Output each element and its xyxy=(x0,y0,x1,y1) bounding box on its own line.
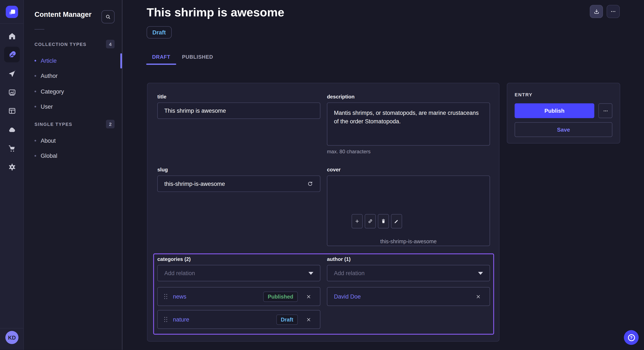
cover-action-toolbar xyxy=(352,214,402,228)
bullet-icon xyxy=(34,60,36,62)
combobox-placeholder: Add relation xyxy=(164,270,195,276)
media-library-icon xyxy=(8,88,16,97)
sidebar-item-global[interactable]: Global xyxy=(34,152,57,160)
drag-handle-icon[interactable] xyxy=(164,317,167,322)
close-icon xyxy=(475,294,481,299)
strapi-logo[interactable] xyxy=(6,6,18,18)
remove-relation-button[interactable] xyxy=(304,315,313,324)
sidebar-item-cloud[interactable] xyxy=(0,126,24,134)
rail-divider-bottom xyxy=(0,328,24,329)
sidebar-item-releases[interactable] xyxy=(0,70,24,78)
subnav-divider xyxy=(34,29,44,29)
download-icon xyxy=(593,8,600,15)
bullet-icon xyxy=(34,140,36,142)
ellipsis-icon xyxy=(610,8,616,15)
content-manager-subnav: Content Manager COLLECTION TYPES 4 Artic… xyxy=(24,0,122,350)
entry-panel-heading: ENTRY xyxy=(514,92,612,97)
subnav-title: Content Manager xyxy=(34,11,92,19)
sidebar-item-content-manager-active[interactable] xyxy=(4,47,20,62)
bullet-icon xyxy=(34,75,36,77)
item-label: Author xyxy=(41,72,58,79)
sidebar-item-media-library[interactable] xyxy=(0,88,24,97)
user-avatar[interactable]: KD xyxy=(5,331,18,344)
relation-name[interactable]: nature xyxy=(173,316,270,323)
more-actions-button[interactable] xyxy=(606,5,620,18)
add-media-button[interactable] xyxy=(352,214,363,228)
sidebar-item-article[interactable]: Article xyxy=(34,57,57,65)
field-label: cover xyxy=(327,167,490,173)
gear-icon xyxy=(8,163,16,172)
relation-name[interactable]: news xyxy=(173,293,258,300)
chevron-down-icon xyxy=(308,272,313,275)
bullet-icon xyxy=(34,155,36,157)
field-description: description Mantis shrimps, or stomatopo… xyxy=(327,94,490,155)
sidebar-item-category[interactable]: Category xyxy=(34,87,64,96)
avatar-initials: KD xyxy=(8,335,16,341)
help-button[interactable]: ? xyxy=(624,330,638,345)
app-window: KD Content Manager COLLECTION TYPES 4 Ar… xyxy=(0,0,644,350)
section-collection-types: COLLECTION TYPES xyxy=(34,42,86,47)
sidebar-item-content-type-builder[interactable] xyxy=(0,107,24,115)
title-input[interactable]: This shrimp is awesome xyxy=(158,103,320,119)
relation-item-david-doe[interactable]: David Doe xyxy=(327,287,490,306)
sidebar-item-author[interactable]: Author xyxy=(34,72,58,80)
edit-form-card: title This shrimp is awesome description… xyxy=(147,83,500,342)
cover-filename: this-shrimp-is-awesome xyxy=(327,238,490,244)
author-relation-combobox[interactable]: Add relation xyxy=(327,265,490,281)
search-icon xyxy=(105,14,112,20)
add-icon xyxy=(354,218,360,224)
remove-relation-button[interactable] xyxy=(473,292,483,301)
field-label: title xyxy=(158,94,320,100)
field-label: slug xyxy=(158,167,320,173)
strapi-logo-icon xyxy=(8,7,16,16)
close-icon xyxy=(306,294,311,299)
export-button[interactable] xyxy=(590,5,603,18)
sidebar-item-user[interactable]: User xyxy=(34,103,53,111)
categories-relation-combobox[interactable]: Add relation xyxy=(158,265,320,281)
save-button[interactable]: Save xyxy=(514,122,612,137)
drag-handle-icon[interactable] xyxy=(164,294,167,299)
paper-plane-icon xyxy=(8,70,16,78)
cloud-icon xyxy=(8,126,16,134)
cover-media-box[interactable]: this-shrimp-is-awesome xyxy=(327,175,490,246)
entry-panel: ENTRY Publish Save xyxy=(507,83,620,144)
delete-media-button[interactable] xyxy=(378,214,389,228)
description-textarea[interactable]: Mantis shrimps, or stomatopods, are mari… xyxy=(327,103,490,146)
field-label: author (1) xyxy=(327,256,490,262)
main-content: This shrimp is awesome Draft DRAFT PUBLI… xyxy=(122,0,644,350)
field-cover: cover xyxy=(327,167,490,246)
copy-link-button[interactable] xyxy=(365,214,376,228)
edit-media-button[interactable] xyxy=(391,214,402,228)
field-categories: categories (2) Add relation xyxy=(158,256,320,281)
close-icon xyxy=(306,317,311,322)
sidebar-item-about[interactable]: About xyxy=(34,137,56,145)
search-button[interactable] xyxy=(101,10,114,23)
regenerate-icon[interactable] xyxy=(306,180,314,187)
sidebar-item-settings[interactable] xyxy=(0,163,24,172)
relation-status-badge: Published xyxy=(263,291,298,302)
pencil-icon xyxy=(394,218,400,224)
item-label: Global xyxy=(41,153,57,159)
slug-value: this-shrimp-is-awesome xyxy=(164,180,225,187)
collection-types-count-badge: 4 xyxy=(106,40,114,48)
layout-icon xyxy=(8,107,16,115)
status-badge: Draft xyxy=(146,26,172,38)
tab-draft[interactable]: DRAFT xyxy=(146,49,176,65)
entry-more-button[interactable] xyxy=(598,103,612,118)
tab-published[interactable]: PUBLISHED xyxy=(179,49,216,65)
sidebar-item-marketplace[interactable] xyxy=(0,144,24,153)
relation-name[interactable]: David Doe xyxy=(334,293,468,300)
item-label: About xyxy=(41,137,56,144)
relation-item-nature[interactable]: nature Draft xyxy=(158,310,320,329)
bullet-icon xyxy=(34,91,36,92)
sidebar-item-home[interactable] xyxy=(0,32,24,40)
rail-divider xyxy=(0,23,24,24)
trash-icon xyxy=(380,218,386,224)
relation-item-news[interactable]: news Published xyxy=(158,287,320,306)
publish-button[interactable]: Publish xyxy=(514,103,594,118)
item-label: User xyxy=(41,103,53,110)
description-value: Mantis shrimps, or stomatopods, are mari… xyxy=(334,109,483,126)
slug-input[interactable]: this-shrimp-is-awesome xyxy=(158,175,320,192)
field-author: author (1) Add relation xyxy=(327,256,490,281)
remove-relation-button[interactable] xyxy=(304,292,313,301)
